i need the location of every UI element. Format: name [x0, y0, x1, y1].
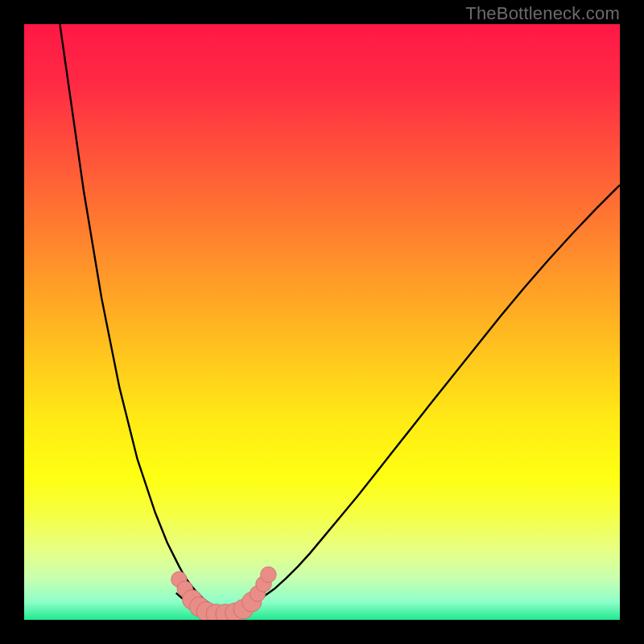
- chart-frame: TheBottleneck.com: [0, 0, 644, 644]
- marker-layer: [24, 24, 620, 620]
- plot-area: [24, 24, 620, 620]
- marker-dot: [261, 567, 277, 583]
- markers: [171, 567, 277, 620]
- attribution-text: TheBottleneck.com: [465, 3, 620, 24]
